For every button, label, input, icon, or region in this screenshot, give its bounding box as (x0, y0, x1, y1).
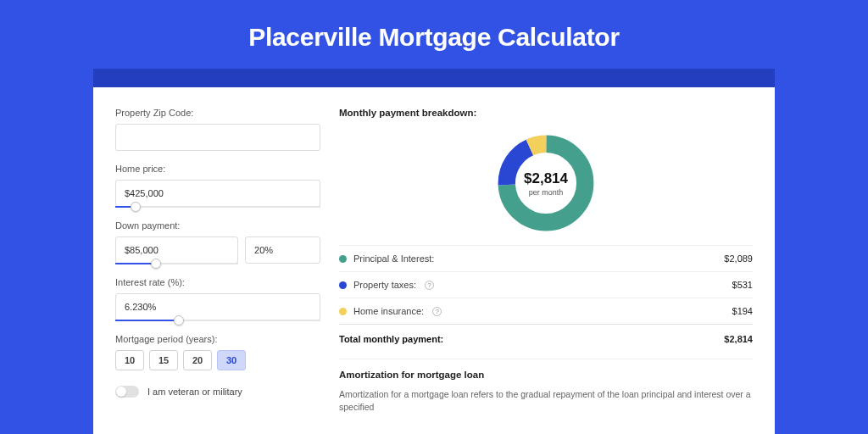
down-amount-input[interactable] (115, 236, 238, 264)
legend-label-taxes: Property taxes: (353, 280, 416, 290)
form-column: Property Zip Code: Home price: Down paym… (115, 108, 320, 434)
legend-dot-blue-icon (339, 281, 347, 289)
legend-value-taxes: $531 (732, 280, 753, 290)
legend-value-principal: $2,089 (724, 253, 753, 264)
period-options: 10 15 20 30 (115, 350, 320, 370)
info-icon[interactable]: ? (425, 281, 434, 290)
down-slider-thumb[interactable] (151, 259, 161, 269)
period-option-20[interactable]: 20 (183, 350, 212, 370)
down-percent-input[interactable] (245, 236, 320, 264)
zip-label: Property Zip Code: (115, 108, 320, 118)
page-title: Placerville Mortgage Calculator (0, 0, 868, 69)
donut-subtext: per month (529, 188, 564, 197)
amortization-title: Amortization for mortgage loan (339, 370, 753, 380)
donut-center: $2,814 per month (494, 131, 598, 235)
legend-dot-green-icon (339, 255, 347, 263)
veteran-toggle-label: I am veteran or military (147, 387, 242, 397)
legend-label-insurance: Home insurance: (353, 306, 424, 316)
info-icon[interactable]: ? (432, 307, 442, 316)
down-field-group: Down payment: (115, 220, 320, 264)
breakdown-column: Monthly payment breakdown: $2,814 per mo… (339, 108, 753, 434)
price-input[interactable] (115, 180, 320, 207)
period-field-group: Mortgage period (years): 10 15 20 30 (115, 334, 320, 370)
donut-chart-wrap: $2,814 per month (339, 126, 753, 245)
rate-label: Interest rate (%): (115, 277, 320, 287)
rate-input[interactable] (115, 293, 320, 320)
legend-row-taxes: Property taxes: ? $531 (339, 271, 753, 298)
veteran-toggle-row: I am veteran or military (115, 386, 320, 398)
price-slider[interactable] (115, 206, 320, 208)
legend-value-insurance: $194 (732, 306, 753, 316)
period-option-15[interactable]: 15 (149, 350, 178, 370)
down-label: Down payment: (115, 220, 320, 231)
donut-chart: $2,814 per month (494, 131, 598, 235)
amortization-section: Amortization for mortgage loan Amortizat… (339, 359, 753, 413)
zip-field-group: Property Zip Code: (115, 108, 320, 151)
rate-slider-fill (115, 320, 179, 321)
calculator-card: Property Zip Code: Home price: Down paym… (93, 87, 775, 434)
period-option-10[interactable]: 10 (115, 350, 144, 370)
period-label: Mortgage period (years): (115, 334, 320, 344)
amortization-text: Amortization for a mortgage loan refers … (339, 388, 753, 413)
legend-label-principal: Principal & Interest: (353, 253, 434, 264)
veteran-toggle[interactable] (115, 386, 139, 398)
total-row: Total monthly payment: $2,814 (339, 324, 753, 353)
header-accent-bar (93, 69, 775, 87)
down-slider-fill (115, 263, 156, 264)
rate-field-group: Interest rate (%): (115, 277, 320, 321)
legend-row-insurance: Home insurance: ? $194 (339, 298, 753, 324)
total-value: $2,814 (724, 334, 753, 344)
down-slider[interactable] (115, 263, 238, 264)
rate-slider[interactable] (115, 320, 320, 321)
price-field-group: Home price: (115, 164, 320, 208)
period-option-30[interactable]: 30 (217, 350, 246, 370)
breakdown-title: Monthly payment breakdown: (339, 108, 753, 118)
legend-dot-yellow-icon (339, 308, 347, 315)
total-label: Total monthly payment: (339, 334, 443, 344)
veteran-toggle-knob (116, 387, 126, 397)
donut-amount: $2,814 (524, 170, 568, 187)
legend-row-principal: Principal & Interest: $2,089 (339, 245, 753, 271)
rate-slider-thumb[interactable] (174, 315, 184, 326)
price-label: Home price: (115, 164, 320, 174)
zip-input[interactable] (115, 124, 320, 151)
price-slider-thumb[interactable] (131, 202, 141, 212)
